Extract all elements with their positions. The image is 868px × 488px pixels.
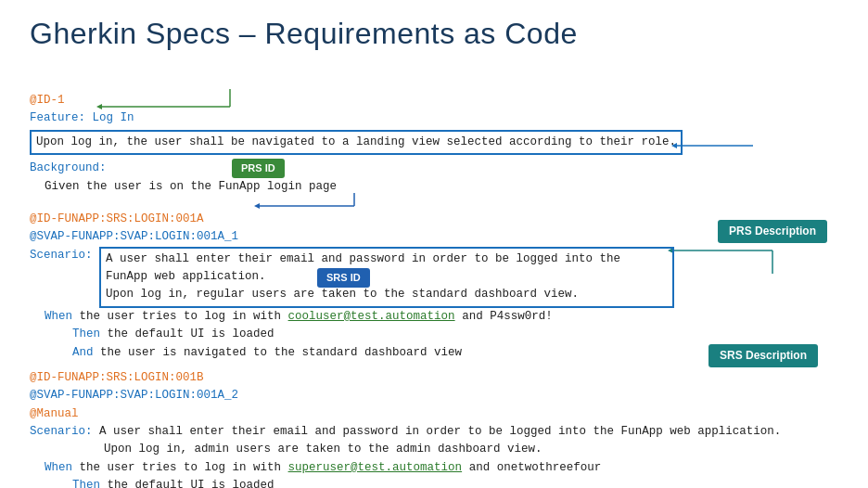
- background-label: Background:: [30, 161, 107, 174]
- scenario-a-when: When the user tries to log in with coolu…: [30, 310, 553, 323]
- prs-description-badge: PRS Description: [718, 220, 827, 243]
- scenario-a-when-link: cooluser@test.automation: [288, 310, 455, 323]
- scenario-b-id1: @ID-FUNAPP:SRS:LOGIN:001B: [30, 371, 204, 384]
- feature-description-row: Upon log in, the user shall be navigated…: [30, 130, 838, 155]
- scenario-b-when-link: superuser@test.automation: [288, 461, 463, 474]
- scenario-b-label: Scenario:: [30, 425, 93, 438]
- background-section: Background: Given the user is on the Fun…: [30, 160, 838, 196]
- scenario-a-row: Scenario: A user shall enter their email…: [30, 249, 674, 262]
- scenario-a-text2: Upon log in, regular users are taken to …: [106, 288, 579, 301]
- background-given: Given the user is on the FunApp login pa…: [30, 180, 337, 193]
- scenario-b-then: Then the default UI is loaded: [30, 479, 274, 488]
- feature-id: @ID-1: [30, 94, 65, 107]
- feature-label: Feature: Log In: [30, 111, 134, 124]
- scenario-a-id2: @SVAP-FUNAPP:SVAP:LOGIN:001A_1: [30, 230, 238, 243]
- scenario-b-text1: A user shall enter their email and passw…: [99, 425, 781, 438]
- scenario-b-row: Scenario: A user shall enter their email…: [30, 425, 781, 438]
- scenario-a-box: A user shall enter their email and passw…: [99, 247, 674, 308]
- scenario-b-id2: @SVAP-FUNAPP:SVAP:LOGIN:001A_2: [30, 389, 238, 402]
- slide: Gherkin Specs – Requirements as Code PRS…: [0, 0, 868, 488]
- page-title: Gherkin Specs – Requirements as Code: [30, 17, 838, 51]
- scenario-b-id3: @Manual: [30, 407, 79, 420]
- scenario-a-label: Scenario:: [30, 249, 93, 262]
- srs-description-badge: SRS Description: [708, 344, 818, 367]
- scenario-a-and: And the user is navigated to the standar…: [30, 346, 462, 359]
- srs-id-badge: SRS ID: [317, 268, 370, 288]
- scenario-a-id1: @ID-FUNAPP:SRS:LOGIN:001A: [30, 212, 204, 225]
- feature-section: @ID-1 Feature: Log In: [30, 92, 838, 128]
- scenario-b-text2: Upon log in, admin users are taken to th…: [30, 443, 542, 456]
- content-area: PRS ID @ID-1 Feature: Log In Upon log in…: [30, 92, 838, 488]
- scenario-b-section: @ID-FUNAPP:SRS:LOGIN:001B @SVAP-FUNAPP:S…: [30, 369, 838, 488]
- scenario-b-when: When the user tries to log in with super…: [30, 461, 601, 474]
- prs-id-badge: PRS ID: [232, 159, 285, 178]
- feature-description: Upon log in, the user shall be navigated…: [30, 130, 683, 155]
- scenario-a-then: Then the default UI is loaded: [30, 327, 274, 340]
